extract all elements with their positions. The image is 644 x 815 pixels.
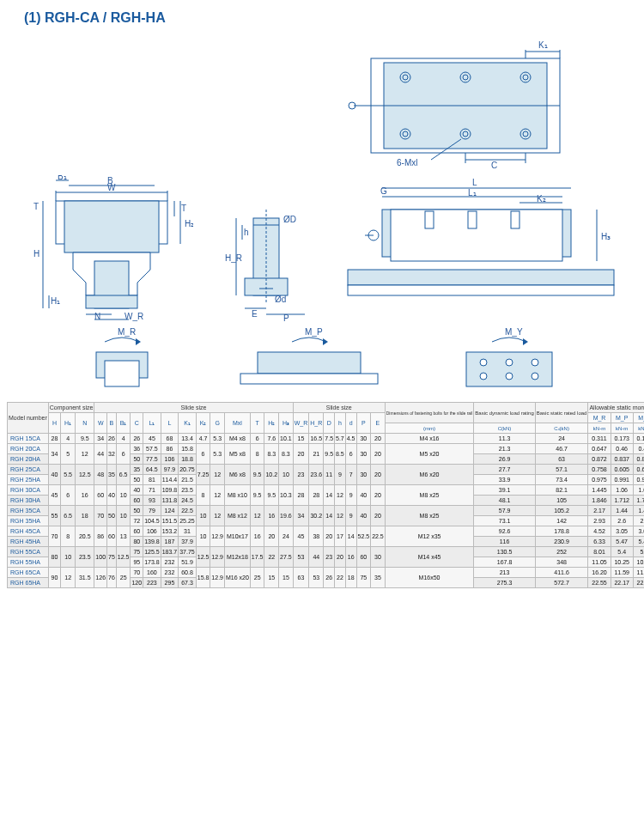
- svg-rect-89: [258, 352, 361, 374]
- svg-text:M_R: M_R: [118, 327, 136, 337]
- svg-rect-87: [105, 361, 139, 386]
- table-row: RGH 25CA405.512.548356.53564.597.920.757…: [8, 465, 645, 475]
- model-cell: RGH 65HA: [8, 578, 49, 588]
- svg-text:B₁: B₁: [58, 175, 67, 181]
- svg-text:M_P: M_P: [305, 327, 323, 337]
- model-cell: RGH 65CA: [8, 568, 49, 578]
- page-title: (1) RGH-CA / RGH-HA: [24, 10, 637, 26]
- model-cell: RGH 25CA: [8, 465, 49, 475]
- svg-rect-30: [86, 295, 137, 308]
- svg-rect-28: [64, 201, 159, 252]
- svg-point-95: [532, 359, 538, 366]
- model-cell: RGH 30HA: [8, 496, 49, 506]
- svg-text:ØD: ØD: [283, 215, 296, 224]
- model-cell: RGH 15CA: [8, 434, 49, 444]
- svg-text:M_Y: M_Y: [505, 327, 523, 337]
- diagram-moment-my: M_Y: [445, 326, 574, 395]
- svg-point-93: [480, 359, 487, 366]
- svg-text:L: L: [472, 178, 477, 187]
- svg-text:H: H: [33, 249, 39, 258]
- svg-rect-69: [348, 270, 614, 285]
- diagram-top-view: K₁ C 6-Mxl: [328, 33, 586, 170]
- svg-text:K₁: K₁: [538, 40, 548, 50]
- colgroup-stat: Basic static rated load: [535, 403, 588, 423]
- col-model: Model number: [8, 403, 49, 434]
- svg-rect-70: [348, 285, 614, 295]
- svg-text:h: h: [244, 228, 249, 237]
- svg-text:G: G: [380, 186, 387, 196]
- model-cell: RGH 55HA: [8, 557, 49, 568]
- table-row: RGH 15CA2849.53426426456813.44.75.3M4 x8…: [8, 434, 645, 444]
- colgroup-slide: Slide size: [94, 403, 293, 413]
- svg-text:Ød: Ød: [275, 295, 286, 304]
- model-cell: RGH 45HA: [8, 537, 49, 547]
- model-cell: RGH 20HA: [8, 454, 49, 465]
- table-row: RGH 35CA556.518705010507912422.51012M8 x…: [8, 506, 645, 516]
- svg-text:H₁: H₁: [51, 296, 60, 306]
- svg-point-97: [506, 373, 513, 380]
- spec-table-body: RGH 15CA2849.53426426456813.44.75.3M4 x8…: [8, 434, 645, 588]
- table-row: RGH 30CA456166040104071109.823.5812M8 x1…: [8, 485, 645, 496]
- model-cell: RGH 55CA: [8, 547, 49, 557]
- colgroup-component: Component size: [48, 403, 94, 413]
- svg-text:T: T: [181, 204, 186, 213]
- spec-table: Model number Component size Slide size S…: [7, 402, 644, 588]
- colgroup-dyn: Basic dynamic load rating: [474, 403, 535, 423]
- svg-text:6-Mxl: 6-Mxl: [397, 158, 417, 167]
- svg-text:T: T: [33, 202, 39, 211]
- diagram-rail-section: H_R h ØD Ød E P: [223, 175, 309, 321]
- model-cell: RGH 35CA: [8, 506, 49, 516]
- svg-point-96: [480, 373, 487, 380]
- table-row: RGH 20CA34512443263657.58615.865.3M5 x88…: [8, 444, 645, 454]
- svg-point-94: [506, 359, 513, 366]
- diagram-moment-mp: M_P: [232, 326, 386, 395]
- diagram-moment-mr: M_R: [70, 326, 173, 395]
- diagram-side-view: G L L₁ K₂ H₃: [339, 175, 623, 321]
- model-cell: RGH 35HA: [8, 516, 49, 526]
- svg-text:W_R: W_R: [125, 312, 143, 321]
- svg-text:B: B: [107, 176, 113, 186]
- colgroup-slide2: Slide size: [293, 403, 385, 413]
- colgroup-fasten: Dimensions of fastening bolts for the sl…: [385, 403, 474, 423]
- svg-text:H₂: H₂: [185, 219, 193, 228]
- diagram-front-view: W B B₁ T H H₁ T H₂ N W_R: [21, 175, 193, 321]
- svg-text:C: C: [491, 161, 497, 170]
- engineering-diagrams: K₁ C 6-Mxl: [7, 33, 637, 395]
- svg-text:E: E: [252, 309, 258, 319]
- table-row: RGH 45CA70820.586601360106153.2311012.9M…: [8, 526, 645, 537]
- svg-text:P: P: [283, 313, 289, 321]
- model-cell: RGH 45CA: [8, 526, 49, 537]
- svg-text:H_R: H_R: [225, 253, 242, 263]
- model-cell: RGH 25HA: [8, 475, 49, 485]
- svg-text:L₁: L₁: [468, 188, 477, 198]
- svg-text:K₂: K₂: [537, 194, 546, 204]
- svg-rect-90: [240, 374, 378, 384]
- svg-point-98: [532, 373, 538, 380]
- model-cell: RGH 30CA: [8, 485, 49, 496]
- svg-text:H₃: H₃: [601, 232, 611, 241]
- table-row: RGH 55CA801023.51007512.575125.5183.737.…: [8, 547, 645, 557]
- svg-text:N: N: [94, 312, 100, 321]
- svg-rect-92: [466, 352, 552, 386]
- model-cell: RGH 20CA: [8, 444, 49, 454]
- table-row: RGH 65CA901231.512676257016023260.815.81…: [8, 568, 645, 578]
- colgroup-moment: Allowable static moment: [588, 403, 644, 413]
